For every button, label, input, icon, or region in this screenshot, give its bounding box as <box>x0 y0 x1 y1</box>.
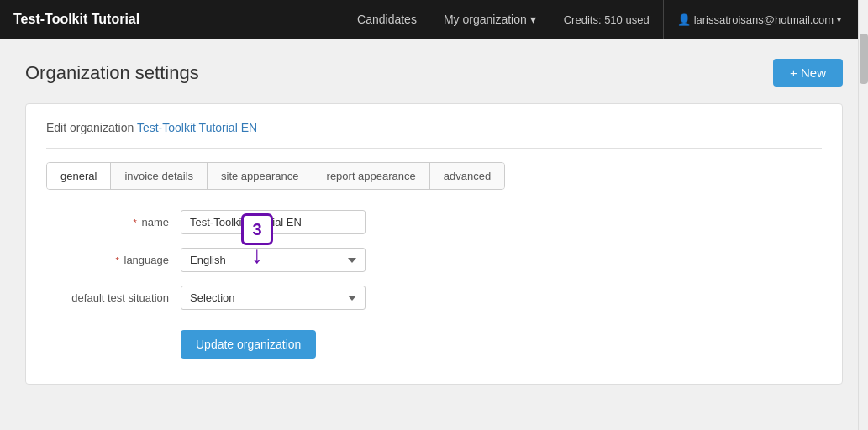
navbar: Test-Toolkit Tutorial Candidates My orga… <box>0 0 868 39</box>
tab-invoice-details[interactable]: invoice details <box>111 163 208 189</box>
scrollbar[interactable] <box>858 0 868 405</box>
chevron-down-icon: ▾ <box>530 13 536 26</box>
default-test-select[interactable]: Selection Option 1 Option 2 <box>181 286 366 310</box>
candidates-link[interactable]: Candidates <box>344 0 430 39</box>
my-org-label: My organization <box>444 13 527 26</box>
language-field-group: * language English Dutch French German <box>46 248 822 272</box>
default-test-field-group: default test situation Selection Option … <box>46 286 822 310</box>
tab-report-appearance[interactable]: report appearance <box>313 163 430 189</box>
tab-site-appearance[interactable]: site appearance <box>208 163 313 189</box>
edit-org-label: Edit organization Test-Toolkit Tutorial … <box>46 121 822 134</box>
name-field-group: * name <box>46 210 822 234</box>
credits-label: Credits: 510 used <box>550 13 663 26</box>
navbar-links: Candidates My organization ▾ Credits: 51… <box>344 0 855 39</box>
tab-advanced[interactable]: advanced <box>430 163 504 189</box>
scrollbar-thumb[interactable] <box>860 34 868 84</box>
name-label: * name <box>46 216 181 228</box>
user-icon: 👤 <box>677 13 691 26</box>
name-input[interactable] <box>181 210 366 234</box>
tabs: general invoice details site appearance … <box>46 162 505 190</box>
page-title: Organization settings <box>25 62 199 84</box>
user-email: larissatroisans@hotmail.com <box>694 13 834 26</box>
language-label: * language <box>46 254 181 266</box>
divider <box>46 148 822 149</box>
my-organization-link[interactable]: My organization ▾ <box>430 0 550 39</box>
organization-card: 3 ↓ Edit organization Test-Toolkit Tutor… <box>25 103 843 385</box>
org-name-link[interactable]: Test-Toolkit Tutorial EN <box>137 121 257 134</box>
page-content: Organization settings + New 3 ↓ Edit org… <box>0 39 868 405</box>
required-indicator: * <box>134 218 137 228</box>
default-test-label: default test situation <box>46 291 181 304</box>
language-select[interactable]: English Dutch French German <box>181 248 366 272</box>
required-indicator-2: * <box>116 255 119 265</box>
tab-general[interactable]: general <box>47 163 111 189</box>
page-header: Organization settings + New <box>25 59 843 87</box>
new-button[interactable]: + New <box>773 59 843 87</box>
navbar-brand: Test-Toolkit Tutorial <box>13 12 344 27</box>
user-menu[interactable]: 👤 larissatroisans@hotmail.com ▾ <box>664 13 855 26</box>
update-organization-button[interactable]: Update organization <box>181 330 316 359</box>
user-caret-icon: ▾ <box>837 15 841 24</box>
